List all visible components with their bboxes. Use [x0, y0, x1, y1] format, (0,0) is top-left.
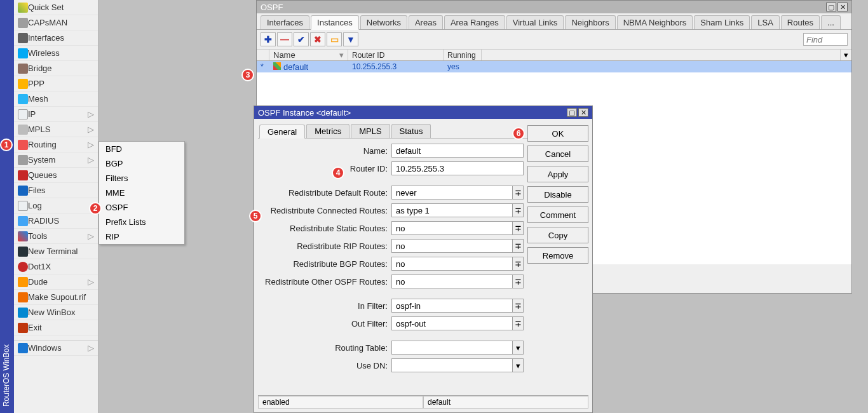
sidebar-item-ip[interactable]: IP▷ [14, 107, 98, 122]
disable-button[interactable]: ✖ [310, 32, 325, 46]
table-row[interactable]: * default 10.255.255.3 yes [257, 61, 851, 72]
tab-more[interactable]: ... [821, 15, 841, 29]
sidebar-item-radius[interactable]: RADIUS [14, 213, 98, 229]
tab-networks[interactable]: Networks [360, 15, 407, 29]
name-field[interactable]: default [391, 144, 524, 158]
enable-button[interactable]: ✔ [294, 32, 309, 46]
find-input[interactable] [803, 33, 848, 46]
close-button[interactable]: ✕ [578, 108, 588, 117]
sidebar-item-system[interactable]: System▷ [14, 152, 98, 168]
instance-titlebar[interactable]: OSPF Instance <default> ▢ ✕ [254, 106, 592, 119]
col-router-id[interactable]: Router ID [348, 50, 444, 60]
routing-table-select[interactable] [391, 341, 512, 355]
dropdown-arrow-icon[interactable]: ▾ [512, 358, 524, 372]
tab-sham-links[interactable]: Sham Links [694, 15, 750, 29]
disable-button[interactable]: Disable [527, 186, 588, 203]
tab-interfaces[interactable]: Interfaces [261, 15, 309, 29]
dropdown-arrow-icon[interactable]: ▾ [512, 341, 524, 355]
tab-routes[interactable]: Routes [781, 15, 820, 29]
sidebar-item-new-winbox[interactable]: New WinBox [14, 305, 98, 320]
remove-button[interactable]: — [277, 32, 292, 46]
submenu-item-rip[interactable]: RIP [99, 229, 184, 244]
submenu-item-bgp[interactable]: BGP [99, 156, 184, 171]
redist-static-select[interactable]: no [391, 221, 512, 235]
columns-menu-button[interactable]: ▾ [840, 50, 851, 60]
ok-button[interactable]: OK [527, 125, 588, 142]
tab-mpls[interactable]: MPLS [351, 124, 390, 138]
remove-button[interactable]: Remove [527, 247, 588, 264]
sidebar-item-exit[interactable]: Exit [14, 320, 98, 335]
apply-button[interactable]: Apply [527, 166, 588, 182]
submenu-item-ospf[interactable]: OSPF [99, 200, 184, 215]
tab-metrics[interactable]: Metrics [306, 124, 349, 138]
dropdown-arrow-icon[interactable]: ∓ [512, 316, 524, 330]
sidebar-item-supout[interactable]: Make Supout.rif [14, 290, 98, 305]
dropdown-arrow-icon[interactable]: ∓ [512, 221, 524, 235]
ospf-titlebar[interactable]: OSPF ▢ ✕ [257, 1, 851, 13]
label-redist-static: Redistribute Static Routes: [262, 224, 391, 233]
chevron-right-icon: ▷ [88, 109, 94, 119]
separator [14, 335, 98, 341]
dropdown-arrow-icon[interactable]: ∓ [512, 274, 524, 288]
sidebar-item-ppp[interactable]: PPP [14, 76, 98, 91]
submenu-item-filters[interactable]: Filters [99, 171, 184, 186]
redist-connected-select[interactable]: as type 1 [391, 203, 512, 217]
sidebar-item-dude[interactable]: Dude▷ [14, 274, 98, 290]
dropdown-arrow-icon[interactable]: ∓ [512, 257, 524, 271]
tab-area-ranges[interactable]: Area Ranges [444, 15, 505, 29]
use-dn-select[interactable] [391, 358, 512, 372]
chevron-right-icon: ▷ [88, 231, 94, 241]
tab-lsa[interactable]: LSA [751, 15, 780, 29]
sidebar-item-files[interactable]: Files [14, 183, 98, 198]
sidebar-item-windows[interactable]: Windows▷ [14, 341, 98, 356]
instance-tabs: General Metrics MPLS Status [258, 123, 527, 139]
minimize-button[interactable]: ▢ [567, 108, 577, 117]
sidebar-item-dot1x[interactable]: Dot1X [14, 259, 98, 274]
tab-nbma-neighbors[interactable]: NBMA Neighbors [617, 15, 693, 29]
sidebar-item-interfaces[interactable]: Interfaces [14, 30, 98, 46]
col-flag[interactable] [257, 50, 269, 60]
out-filter-select[interactable]: ospf-out [391, 316, 512, 330]
in-filter-select[interactable]: ospf-in [391, 299, 512, 313]
sidebar-item-tools[interactable]: Tools▷ [14, 229, 98, 244]
comment-button[interactable]: Comment [527, 207, 588, 223]
chevron-right-icon: ▷ [88, 343, 94, 353]
redist-bgp-select[interactable]: no [391, 257, 512, 271]
redist-other-ospf-select[interactable]: no [391, 274, 512, 288]
copy-button[interactable]: Copy [527, 227, 588, 243]
dropdown-arrow-icon[interactable]: ∓ [512, 299, 524, 313]
sidebar-item-new-terminal[interactable]: New Terminal [14, 244, 98, 259]
dropdown-arrow-icon[interactable]: ∓ [512, 203, 524, 217]
sidebar-item-capsman[interactable]: CAPsMAN [14, 15, 98, 30]
sidebar-item-log[interactable]: Log [14, 198, 98, 213]
sidebar-item-bridge[interactable]: Bridge [14, 61, 98, 76]
add-button[interactable]: ✚ [261, 32, 276, 46]
sidebar-item-quick-set[interactable]: Quick Set [14, 0, 98, 15]
filter-button[interactable]: ▼ [343, 32, 358, 46]
router-id-field[interactable]: 10.255.255.3 [391, 161, 524, 175]
dropdown-arrow-icon[interactable]: ∓ [512, 186, 524, 200]
sidebar-item-queues[interactable]: Queues [14, 168, 98, 183]
tab-instances[interactable]: Instances [311, 15, 359, 30]
close-button[interactable]: ✕ [837, 3, 848, 11]
tab-status[interactable]: Status [391, 124, 431, 138]
sidebar-item-mpls[interactable]: MPLS▷ [14, 122, 98, 137]
sidebar-item-routing[interactable]: Routing▷ [14, 137, 98, 152]
tab-general[interactable]: General [259, 125, 305, 139]
submenu-item-mme[interactable]: MME [99, 186, 184, 200]
redist-rip-select[interactable]: no [391, 239, 512, 253]
tab-areas[interactable]: Areas [409, 15, 443, 29]
dropdown-arrow-icon[interactable]: ∓ [512, 239, 524, 253]
tab-neighbors[interactable]: Neighbors [565, 15, 615, 29]
redist-default-select[interactable]: never [391, 186, 512, 200]
minimize-button[interactable]: ▢ [826, 3, 836, 11]
sidebar-item-mesh[interactable]: Mesh [14, 91, 98, 107]
comment-button[interactable]: ▭ [327, 32, 342, 46]
sidebar-item-wireless[interactable]: Wireless [14, 46, 98, 61]
cancel-button[interactable]: Cancel [527, 146, 588, 162]
col-running[interactable]: Running [444, 50, 482, 60]
tab-virtual-links[interactable]: Virtual Links [506, 15, 564, 29]
col-name[interactable]: Name▾ [269, 50, 348, 60]
submenu-item-prefix-lists[interactable]: Prefix Lists [99, 215, 184, 229]
submenu-item-bfd[interactable]: BFD [99, 142, 184, 156]
